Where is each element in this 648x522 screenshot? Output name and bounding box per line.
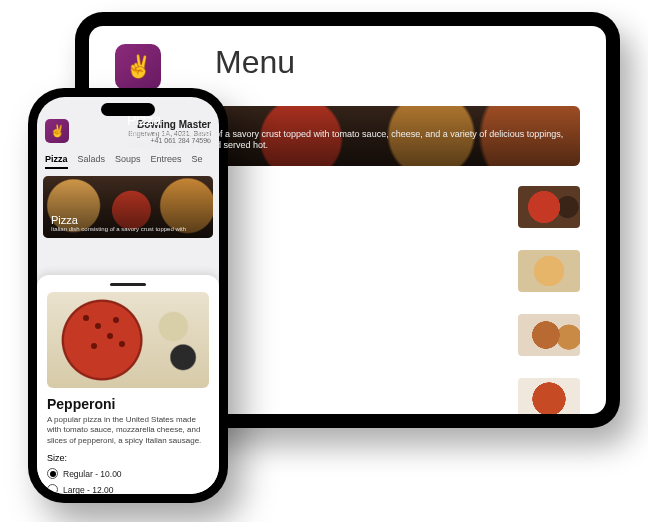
- phone-notch: [101, 103, 155, 116]
- menu-title: Menu: [215, 44, 295, 81]
- detail-image: [47, 292, 209, 388]
- category-name: Pizza: [127, 112, 568, 128]
- radio-icon: [47, 468, 58, 479]
- category-name: Pizza: [51, 214, 205, 226]
- radio-icon: [47, 484, 58, 494]
- category-tabs: Pizza Salads Soups Entrees Se: [37, 150, 219, 174]
- item-thumb: [518, 314, 580, 356]
- detail-name: Pepperoni: [47, 396, 209, 412]
- option-label: Regular - 10.00: [63, 469, 122, 479]
- tab-soups[interactable]: Soups: [115, 154, 141, 169]
- tab-pizza[interactable]: Pizza: [45, 154, 68, 169]
- category-banner[interactable]: Pizza Italian dish consisting of a savor…: [43, 176, 213, 238]
- app-logo: ✌: [115, 44, 161, 90]
- size-option-large[interactable]: Large - 12.00: [47, 484, 209, 494]
- app-logo: ✌: [45, 119, 69, 143]
- sheet-handle[interactable]: [110, 283, 146, 286]
- phone-screen: ✌ Bowling Master Engerweg 1A, 4021, Base…: [37, 97, 219, 494]
- category-description: Italian dish consisting of a savory crus…: [127, 129, 568, 152]
- detail-sheet[interactable]: Pepperoni A popular pizza in the United …: [37, 275, 219, 494]
- tab-entrees[interactable]: Entrees: [151, 154, 182, 169]
- option-label: Large - 12.00: [63, 485, 114, 494]
- detail-description: A popular pizza in the United States mad…: [47, 415, 209, 446]
- item-thumb: [518, 378, 580, 414]
- size-label: Size:: [47, 453, 209, 463]
- tab-salads[interactable]: Salads: [78, 154, 106, 169]
- tab-more[interactable]: Se: [192, 154, 203, 169]
- category-description: Italian dish consisting of a savory crus…: [51, 226, 205, 232]
- size-option-regular[interactable]: Regular - 10.00: [47, 468, 209, 479]
- item-thumb: [518, 250, 580, 292]
- item-thumb: [518, 186, 580, 228]
